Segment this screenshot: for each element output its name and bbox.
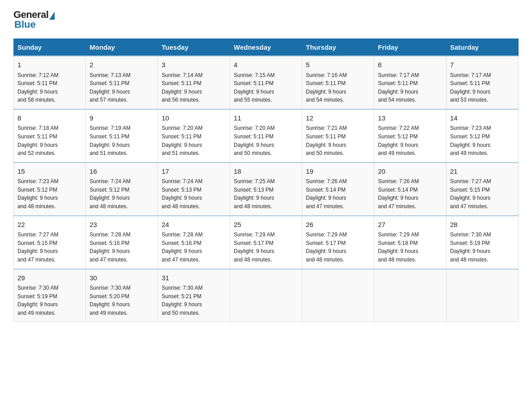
day-info: Sunrise: 7:17 AMSunset: 5:11 PMDaylight:… [378,71,442,104]
calendar-day-cell: 14Sunrise: 7:23 AMSunset: 5:12 PMDayligh… [446,109,519,163]
logo: General Blue [13,9,55,30]
day-number: 12 [306,113,370,124]
weekday-header-friday: Friday [374,39,446,56]
calendar-day-cell: 4Sunrise: 7:15 AMSunset: 5:11 PMDaylight… [230,56,302,109]
weekday-header-wednesday: Wednesday [230,39,302,56]
calendar-day-cell: 29Sunrise: 7:30 AMSunset: 5:19 PMDayligh… [14,269,86,322]
day-number: 30 [90,273,154,283]
calendar-day-cell: 17Sunrise: 7:24 AMSunset: 5:13 PMDayligh… [158,163,230,216]
calendar-day-cell: 8Sunrise: 7:18 AMSunset: 5:11 PMDaylight… [14,109,86,163]
day-number: 2 [90,60,154,70]
calendar-day-cell: 9Sunrise: 7:19 AMSunset: 5:11 PMDaylight… [86,109,158,163]
day-number: 11 [234,113,298,124]
calendar-day-cell: 1Sunrise: 7:12 AMSunset: 5:11 PMDaylight… [14,56,86,109]
calendar-week-row: 29Sunrise: 7:30 AMSunset: 5:19 PMDayligh… [14,269,519,322]
calendar-day-cell: 24Sunrise: 7:28 AMSunset: 5:16 PMDayligh… [158,216,230,269]
day-info: Sunrise: 7:30 AMSunset: 5:19 PMDaylight:… [450,231,515,264]
day-info: Sunrise: 7:29 AMSunset: 5:17 PMDaylight:… [306,231,370,264]
day-number: 22 [17,220,82,230]
day-info: Sunrise: 7:21 AMSunset: 5:11 PMDaylight:… [306,124,370,157]
day-info: Sunrise: 7:30 AMSunset: 5:19 PMDaylight:… [17,284,82,317]
day-number: 16 [90,167,154,177]
calendar-day-cell: 16Sunrise: 7:24 AMSunset: 5:12 PMDayligh… [86,163,158,216]
day-number: 28 [450,220,515,230]
day-number: 9 [90,113,154,124]
calendar-day-cell: 19Sunrise: 7:26 AMSunset: 5:14 PMDayligh… [302,163,374,216]
day-number: 26 [306,220,370,230]
day-info: Sunrise: 7:14 AMSunset: 5:11 PMDaylight:… [162,71,226,104]
day-number: 7 [450,60,515,70]
day-info: Sunrise: 7:19 AMSunset: 5:11 PMDaylight:… [90,124,154,157]
day-number: 5 [306,60,370,70]
day-number: 19 [306,167,370,177]
weekday-header-tuesday: Tuesday [158,39,230,56]
day-number: 31 [162,273,226,283]
day-number: 24 [162,220,226,230]
day-number: 4 [234,60,298,70]
day-number: 27 [378,220,442,230]
calendar-day-cell: 27Sunrise: 7:29 AMSunset: 5:18 PMDayligh… [374,216,446,269]
calendar-week-row: 1Sunrise: 7:12 AMSunset: 5:11 PMDaylight… [14,56,519,109]
day-info: Sunrise: 7:29 AMSunset: 5:18 PMDaylight:… [378,231,442,264]
calendar-table: SundayMondayTuesdayWednesdayThursdayFrid… [13,39,519,322]
calendar-day-cell: 13Sunrise: 7:22 AMSunset: 5:12 PMDayligh… [374,109,446,163]
day-number: 20 [378,167,442,177]
weekday-header-thursday: Thursday [302,39,374,56]
calendar-day-cell: 20Sunrise: 7:26 AMSunset: 5:14 PMDayligh… [374,163,446,216]
day-number: 23 [90,220,154,230]
day-number: 8 [17,113,82,124]
day-number: 25 [234,220,298,230]
day-number: 6 [378,60,442,70]
logo-triangle-icon [49,12,55,20]
calendar-empty-cell [230,269,302,322]
calendar-day-cell: 26Sunrise: 7:29 AMSunset: 5:17 PMDayligh… [302,216,374,269]
calendar-day-cell: 3Sunrise: 7:14 AMSunset: 5:11 PMDaylight… [158,56,230,109]
day-info: Sunrise: 7:24 AMSunset: 5:12 PMDaylight:… [90,177,154,210]
calendar-empty-cell [302,269,374,322]
calendar-week-row: 8Sunrise: 7:18 AMSunset: 5:11 PMDaylight… [14,109,519,163]
day-info: Sunrise: 7:30 AMSunset: 5:20 PMDaylight:… [90,284,154,317]
logo-blue-text: Blue [13,19,36,30]
day-info: Sunrise: 7:13 AMSunset: 5:11 PMDaylight:… [90,71,154,104]
calendar-day-cell: 12Sunrise: 7:21 AMSunset: 5:11 PMDayligh… [302,109,374,163]
day-info: Sunrise: 7:23 AMSunset: 5:12 PMDaylight:… [450,124,515,157]
day-number: 13 [378,113,442,124]
day-info: Sunrise: 7:27 AMSunset: 5:15 PMDaylight:… [450,177,515,210]
weekday-header-saturday: Saturday [446,39,519,56]
day-info: Sunrise: 7:18 AMSunset: 5:11 PMDaylight:… [17,124,82,157]
calendar-day-cell: 5Sunrise: 7:16 AMSunset: 5:11 PMDaylight… [302,56,374,109]
calendar-week-row: 22Sunrise: 7:27 AMSunset: 5:15 PMDayligh… [14,216,519,269]
calendar-day-cell: 23Sunrise: 7:28 AMSunset: 5:16 PMDayligh… [86,216,158,269]
calendar-empty-cell [374,269,446,322]
calendar-empty-cell [446,269,519,322]
day-info: Sunrise: 7:30 AMSunset: 5:21 PMDaylight:… [162,284,226,317]
calendar-day-cell: 2Sunrise: 7:13 AMSunset: 5:11 PMDaylight… [86,56,158,109]
day-info: Sunrise: 7:26 AMSunset: 5:14 PMDaylight:… [306,177,370,210]
calendar-day-cell: 11Sunrise: 7:20 AMSunset: 5:11 PMDayligh… [230,109,302,163]
day-info: Sunrise: 7:28 AMSunset: 5:16 PMDaylight:… [162,231,226,264]
day-number: 14 [450,113,515,124]
day-info: Sunrise: 7:16 AMSunset: 5:11 PMDaylight:… [306,71,370,104]
weekday-header-monday: Monday [86,39,158,56]
day-info: Sunrise: 7:25 AMSunset: 5:13 PMDaylight:… [234,177,298,210]
calendar-day-cell: 7Sunrise: 7:17 AMSunset: 5:11 PMDaylight… [446,56,519,109]
day-info: Sunrise: 7:17 AMSunset: 5:11 PMDaylight:… [450,71,515,104]
calendar-day-cell: 31Sunrise: 7:30 AMSunset: 5:21 PMDayligh… [158,269,230,322]
day-info: Sunrise: 7:22 AMSunset: 5:12 PMDaylight:… [378,124,442,157]
calendar-day-cell: 22Sunrise: 7:27 AMSunset: 5:15 PMDayligh… [14,216,86,269]
day-number: 17 [162,167,226,177]
day-number: 15 [17,167,82,177]
day-info: Sunrise: 7:23 AMSunset: 5:12 PMDaylight:… [17,177,82,210]
calendar-day-cell: 30Sunrise: 7:30 AMSunset: 5:20 PMDayligh… [86,269,158,322]
day-info: Sunrise: 7:20 AMSunset: 5:11 PMDaylight:… [234,124,298,157]
calendar-day-cell: 10Sunrise: 7:20 AMSunset: 5:11 PMDayligh… [158,109,230,163]
day-number: 3 [162,60,226,70]
day-number: 29 [17,273,82,283]
day-info: Sunrise: 7:27 AMSunset: 5:15 PMDaylight:… [17,231,82,264]
day-number: 18 [234,167,298,177]
calendar-day-cell: 15Sunrise: 7:23 AMSunset: 5:12 PMDayligh… [14,163,86,216]
weekday-header-row: SundayMondayTuesdayWednesdayThursdayFrid… [14,39,519,56]
weekday-header-sunday: Sunday [14,39,86,56]
day-number: 21 [450,167,515,177]
page-header: General Blue [13,9,519,30]
